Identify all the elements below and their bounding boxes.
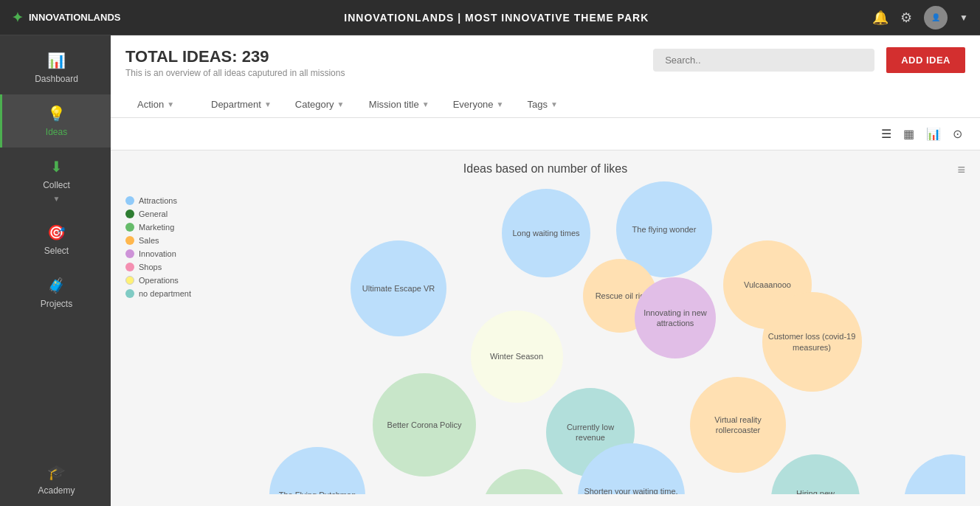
filter-department-chevron: ▼	[264, 100, 272, 108]
app-title: INNOVATIONLANDS | MOST INNOVATIVE THEME …	[120, 12, 872, 24]
legend-dot-general	[125, 209, 134, 218]
academy-icon: 🎓	[47, 463, 66, 481]
select-icon: 🎯	[47, 223, 66, 241]
legend-dot-operations	[125, 276, 134, 285]
filter-everyone[interactable]: Everyone ▼	[441, 93, 516, 117]
bubble-6[interactable]: Winter Season	[471, 311, 563, 403]
subtitle: This is an overview of all ideas caputur…	[125, 68, 345, 78]
legend-dot-attractions	[125, 196, 134, 205]
bubble-8[interactable]: Better Corona Policy	[373, 373, 476, 476]
logo-icon: ✦	[12, 10, 23, 26]
filter-category-label: Category	[295, 99, 334, 110]
sidebar-label-collect: Collect	[43, 180, 70, 190]
sidebar-label-academy: Academy	[38, 485, 75, 496]
header-right: ADD IDEA	[653, 47, 965, 73]
bubble-14[interactable]: Hiring new employees	[771, 454, 860, 494]
view-list-button[interactable]: ☰	[878, 124, 894, 144]
bubble-7[interactable]: Customer loss (covid-19 measures)	[762, 292, 862, 392]
filter-everyone-chevron: ▼	[497, 100, 504, 108]
legend-label-attractions: Attractions	[139, 196, 177, 205]
legend-label-marketing: Marketing	[139, 223, 174, 232]
chart-title: Ideas based on number of likes	[125, 162, 965, 176]
chart-legend: Attractions General Marketing Sales	[125, 181, 229, 494]
filter-action[interactable]: Action ▼	[125, 93, 199, 117]
chart-container: Attractions General Marketing Sales	[125, 181, 965, 494]
legend-operations: Operations	[125, 276, 229, 285]
sidebar-item-projects[interactable]: 🧳 Projects	[0, 266, 111, 319]
legend-label-sales: Sales	[139, 236, 159, 245]
legend-attractions: Attractions	[125, 196, 229, 205]
content-title: TOTAL IDEAS: 239 This is an overview of …	[125, 47, 345, 78]
sidebar-bottom: 🎓 Academy	[0, 453, 111, 506]
filter-mission-chevron: ▼	[422, 100, 429, 108]
filter-tags-label: Tags	[527, 99, 547, 110]
logo-text: INNOVATIONLANDS	[29, 12, 120, 23]
main-layout: 📊 Dashboard 💡 Ideas ⬇ Collect ▼ 🎯 Select…	[0, 35, 980, 506]
sidebar-item-dashboard[interactable]: 📊 Dashboard	[0, 41, 111, 94]
legend-dot-marketing	[125, 223, 134, 232]
sidebar: 📊 Dashboard 💡 Ideas ⬇ Collect ▼ 🎯 Select…	[0, 35, 111, 506]
title-row: TOTAL IDEAS: 239 This is an overview of …	[125, 47, 965, 78]
avatar[interactable]: 👤	[924, 6, 948, 30]
view-grid-button[interactable]: ▦	[900, 124, 917, 144]
filter-action-chevron: ▼	[167, 100, 174, 108]
logo: ✦ INNOVATIONLANDS	[12, 10, 120, 26]
legend-innovation: Innovation	[125, 249, 229, 258]
legend-shops: Shops	[125, 263, 229, 271]
filter-action-label: Action	[137, 99, 164, 110]
bubble-0[interactable]: Long waiting times	[502, 189, 590, 277]
filter-tags[interactable]: Tags ▼	[515, 93, 589, 117]
legend-label-operations: Operations	[139, 276, 179, 285]
bubble-13[interactable]: A new childrens attraction	[482, 469, 567, 494]
bubble-12[interactable]: The Flying Dutchman	[269, 447, 365, 494]
legend-dot-innovation	[125, 249, 134, 258]
legend-dot-sales	[125, 236, 134, 245]
bubble-10[interactable]: Virtual reality rollercoaster	[690, 377, 786, 473]
filter-mission-title[interactable]: Mission title ▼	[357, 93, 441, 117]
top-nav: ✦ INNOVATIONLANDS INNOVATIONLANDS | MOST…	[0, 0, 980, 35]
bubble-2[interactable]: Ultimate Escape VR	[351, 240, 446, 336]
legend-label-general: General	[139, 209, 168, 218]
view-bar-button[interactable]: 📊	[923, 124, 944, 144]
filter-category-chevron: ▼	[337, 100, 345, 108]
sidebar-label-dashboard: Dashboard	[35, 74, 78, 84]
content-header: TOTAL IDEAS: 239 This is an overview of …	[111, 35, 980, 118]
sidebar-label-select: Select	[44, 246, 69, 256]
filter-everyone-label: Everyone	[453, 99, 494, 110]
bubble-15[interactable]: Soldier of Orange	[904, 454, 965, 494]
sidebar-label-projects: Projects	[41, 299, 72, 309]
filter-bar: Action ▼ Department ▼ Category ▼ Mission…	[125, 87, 965, 117]
view-icons-bar: ☰ ▦ 📊 ⊙	[111, 118, 980, 150]
view-bubble-button[interactable]: ⊙	[950, 124, 965, 144]
legend-sales: Sales	[125, 236, 229, 245]
gear-icon[interactable]: ⚙	[900, 10, 912, 26]
projects-icon: 🧳	[47, 277, 66, 294]
filter-department[interactable]: Department ▼	[199, 93, 283, 117]
nav-icons: 🔔 ⚙ 👤 ▼	[872, 6, 968, 30]
total-ideas-heading: TOTAL IDEAS: 239	[125, 47, 345, 66]
chevron-down-icon[interactable]: ▼	[959, 13, 968, 23]
chart-area: Ideas based on number of likes ≡ Attract…	[111, 150, 980, 506]
bubble-5[interactable]: Innovating in new attractions	[635, 277, 716, 358]
search-input[interactable]	[653, 49, 874, 72]
sidebar-item-collect[interactable]: ⬇ Collect ▼	[0, 148, 111, 213]
legend-general: General	[125, 209, 229, 218]
filter-tags-chevron: ▼	[551, 100, 558, 108]
add-idea-button[interactable]: ADD IDEA	[886, 47, 965, 73]
legend-label-innovation: Innovation	[139, 249, 176, 258]
legend-no-department: no department	[125, 289, 229, 298]
legend-marketing: Marketing	[125, 223, 229, 232]
filter-department-label: Department	[211, 99, 261, 110]
chart-menu-icon[interactable]: ≡	[957, 162, 965, 178]
sidebar-item-ideas[interactable]: 💡 Ideas	[0, 94, 111, 148]
sidebar-item-select[interactable]: 🎯 Select	[0, 213, 111, 266]
legend-dot-shops	[125, 263, 134, 271]
sidebar-label-ideas: Ideas	[46, 127, 67, 137]
legend-label-no-department: no department	[139, 289, 191, 298]
legend-label-shops: Shops	[139, 263, 162, 271]
notification-icon[interactable]: 🔔	[872, 10, 888, 26]
sidebar-item-academy[interactable]: 🎓 Academy	[0, 453, 111, 506]
filter-category[interactable]: Category ▼	[283, 93, 357, 117]
bubble-chart: Long waiting timesThe flying wonderUltim…	[229, 181, 965, 494]
filter-mission-label: Mission title	[369, 99, 419, 110]
